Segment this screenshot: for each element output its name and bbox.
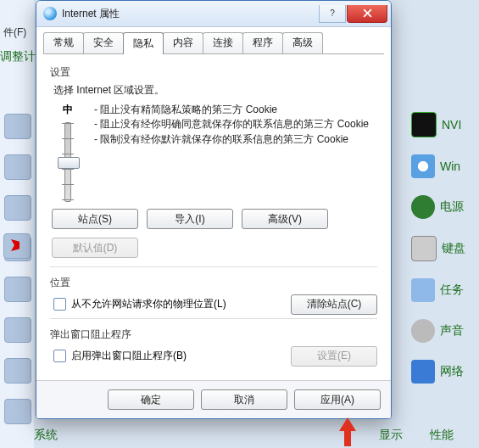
globe-icon <box>43 7 57 20</box>
menu-file[interactable]: 件(F) <box>0 24 30 42</box>
taskbar-icon <box>411 278 435 302</box>
zone-level-label: 中 <box>63 103 73 117</box>
keyboard-icon <box>411 236 437 261</box>
import-button[interactable]: 导入(I) <box>147 209 233 229</box>
cp-item-label: 声音 <box>440 323 464 339</box>
advanced-button[interactable]: 高级(V) <box>242 209 328 229</box>
side-icon[interactable] <box>4 195 31 221</box>
inprivate-group: InPrivate 在 InPrivate 浏览启动时禁用工具栏和扩展(T) <box>50 370 377 380</box>
slider-thumb[interactable] <box>58 157 80 169</box>
close-button[interactable] <box>347 5 387 23</box>
popup-group: 弹出窗口阻止程序 启用弹出窗口阻止程序(B) 设置(E) <box>50 318 377 367</box>
tab-advanced[interactable]: 高级 <box>282 32 323 54</box>
tab-privacy[interactable]: 隐私 <box>123 32 164 54</box>
cp-item-label: 网络 <box>440 364 464 379</box>
cp-item-power[interactable]: 电源 <box>411 195 479 219</box>
zone-description: - 阻止没有精简隐私策略的第三方 Cookie - 阻止没有经你明确同意就保存你… <box>94 103 377 147</box>
zone-bullet: 限制没有经你默许就保存你的联系信息的第三方 Cookie <box>100 133 348 145</box>
tab-underline <box>43 53 384 54</box>
cp-item-label: Win <box>440 160 460 173</box>
privacy-slider[interactable] <box>64 122 71 202</box>
cp-item-keyboard[interactable]: 键盘 <box>411 236 479 261</box>
checkbox-location[interactable] <box>53 298 66 311</box>
bottom-label-perf[interactable]: 性能 <box>430 428 454 443</box>
popup-checkbox-row[interactable]: 启用弹出窗口阻止程序(B) <box>53 349 187 363</box>
tab-connections[interactable]: 连接 <box>203 32 243 54</box>
zone-bullet: 阻止没有经你明确同意就保存你的联系信息的第三方 Cookie <box>100 118 369 130</box>
windows-icon <box>411 154 435 178</box>
location-checkbox-row[interactable]: 从不允许网站请求你的物理位置(L) <box>53 297 226 311</box>
tab-security[interactable]: 安全 <box>83 32 124 54</box>
cp-item-label: 键盘 <box>442 241 465 256</box>
left-icon-column <box>0 110 36 448</box>
network-icon <box>411 360 435 384</box>
tab-content[interactable]: 内容 <box>163 32 203 54</box>
tab-programs[interactable]: 程序 <box>242 32 283 54</box>
checkbox-popup[interactable] <box>53 350 66 362</box>
internet-properties-dialog: Internet 属性 ? 常规 安全 隐私 内容 连接 程序 高级 设置 选择… <box>36 0 392 419</box>
clear-sites-button[interactable]: 清除站点(C) <box>291 294 377 315</box>
checkbox-label: 从不允许网站请求你的物理位置(L) <box>71 297 226 311</box>
popup-settings-button[interactable]: 设置(E) <box>291 346 377 367</box>
settings-heading: 设置 <box>50 65 377 80</box>
zone-settings: 中 - 阻止没有精简隐私策略的第三方 Cookie - 阻止没有经你明确同意就保… <box>53 103 377 202</box>
tab-general[interactable]: 常规 <box>43 32 84 54</box>
nvidia-icon <box>411 112 437 137</box>
cp-item-nvidia[interactable]: NVI <box>411 112 479 137</box>
privacy-slider-wrap: 中 <box>53 103 82 202</box>
window-controls: ? <box>319 5 387 23</box>
popup-heading: 弹出窗口阻止程序 <box>50 328 377 342</box>
checkbox-label: 启用弹出窗口阻止程序(B) <box>71 349 187 363</box>
cp-item-taskbar[interactable]: 任务 <box>411 278 479 302</box>
side-icon[interactable] <box>4 358 31 384</box>
sound-icon <box>411 319 435 343</box>
side-icon[interactable] <box>4 114 31 139</box>
dialog-footer: 确定 取消 应用(A) <box>36 380 391 418</box>
cp-item-network[interactable]: 网络 <box>411 360 479 384</box>
cp-item-label: 电源 <box>440 199 464 215</box>
bottom-label-display[interactable]: 显示 <box>379 428 403 443</box>
location-heading: 位置 <box>50 276 377 290</box>
side-icon[interactable] <box>4 154 31 180</box>
titlebar[interactable]: Internet 属性 ? <box>36 1 391 27</box>
right-icon-column: NVI Win 电源 键盘 任务 声音 网络 <box>411 112 479 448</box>
bottom-labels: 系统 显示 <box>34 428 403 443</box>
power-icon <box>411 195 435 219</box>
cancel-button[interactable]: 取消 <box>201 389 287 410</box>
help-button[interactable]: ? <box>319 5 346 23</box>
cp-item-sound[interactable]: 声音 <box>411 319 479 343</box>
side-icon[interactable] <box>4 399 31 424</box>
close-icon <box>363 8 372 18</box>
zone-instruction: 选择 Internet 区域设置。 <box>53 83 377 98</box>
sites-button[interactable]: 站点(S) <box>52 209 138 229</box>
tab-strip: 常规 安全 隐私 内容 连接 程序 高级 <box>36 27 391 54</box>
location-group: 位置 从不允许网站请求你的物理位置(L) 清除站点(C) <box>50 266 377 315</box>
zone-bullet: 阻止没有精简隐私策略的第三方 Cookie <box>100 104 277 115</box>
cp-item-windows[interactable]: Win <box>411 154 479 178</box>
bottom-label-system[interactable]: 系统 <box>34 428 58 443</box>
cp-item-label: NVI <box>442 118 461 132</box>
side-icon[interactable] <box>4 317 31 343</box>
flash-icon[interactable] <box>3 233 31 259</box>
privacy-panel: 设置 选择 Internet 区域设置。 中 - 阻止没有精简隐私策略的第三方 … <box>36 55 391 380</box>
side-icon[interactable] <box>4 277 31 302</box>
settings-button-row: 站点(S) 导入(I) 高级(V) 默认值(D) <box>52 209 377 258</box>
ok-button[interactable]: 确定 <box>108 389 194 410</box>
default-button[interactable]: 默认值(D) <box>52 238 138 258</box>
apply-button[interactable]: 应用(A) <box>294 389 381 410</box>
bg-text-left: 调整计 <box>0 49 36 64</box>
dialog-title: Internet 属性 <box>62 7 319 21</box>
cp-item-label: 任务 <box>440 283 464 298</box>
